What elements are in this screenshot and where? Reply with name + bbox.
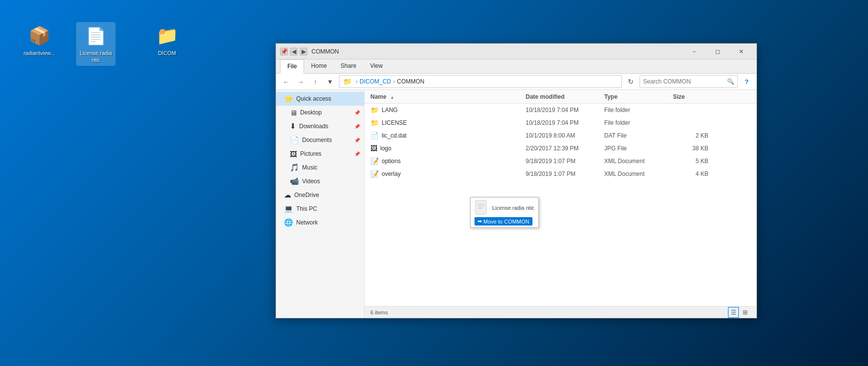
zip-icon: 📦 xyxy=(28,24,51,48)
sidebar-item-quick-access[interactable]: ⭐ Quick access xyxy=(276,92,364,106)
pin-downloads-icon: 📌 xyxy=(354,124,360,129)
desktop-sidebar-icon: 🖥 xyxy=(290,109,297,117)
sidebar-item-this-pc[interactable]: 💻 This PC xyxy=(276,202,364,216)
breadcrumb-common[interactable]: COMMON xyxy=(397,78,424,85)
sidebar-item-pictures[interactable]: 🖼 Pictures 📌 xyxy=(276,147,364,161)
file-row-license[interactable]: 📁LICENSE 10/18/2019 7:04 PM File folder xyxy=(364,116,756,129)
restore-button[interactable]: ◻ xyxy=(706,44,729,59)
col-header-name[interactable]: Name ▲ xyxy=(368,93,526,100)
documents-sidebar-icon: 📄 xyxy=(290,136,299,144)
drag-label: License.radia ntic xyxy=(492,205,534,211)
network-sidebar-icon: 🌐 xyxy=(284,218,293,227)
drag-tooltip: License.radia ntic ➡ Move to COMMON xyxy=(470,197,539,228)
file-list-area: Name ▲ Date modified Type Size 📁LANG 10/… xyxy=(364,90,756,318)
status-bar: 6 items ☰ ⊞ xyxy=(364,306,756,318)
file-row-lic-cd-dat[interactable]: 📄lic_cd.dat 10/1/2019 8:00 AM DAT File 2… xyxy=(364,129,756,142)
xml-file-icon: 📝 xyxy=(370,157,379,165)
sidebar-item-onedrive[interactable]: ☁ OneDrive xyxy=(276,188,364,202)
file-row-options[interactable]: 📝options 9/18/2019 1:07 PM XML Document … xyxy=(364,155,756,168)
col-header-size[interactable]: Size xyxy=(673,93,712,100)
desktop-icon-dicom[interactable]: 📁 DICOM xyxy=(147,22,187,58)
breadcrumb-dicom-cd[interactable]: DICOM_CD xyxy=(360,78,391,85)
jpg-file-icon: 🖼 xyxy=(370,144,377,152)
desktop-icon-label: License.radia ntic xyxy=(78,50,113,64)
dat-file-icon: 📄 xyxy=(370,132,379,140)
sidebar-label-this-pc: This PC xyxy=(296,205,360,212)
sidebar-item-network[interactable]: 🌐 Network xyxy=(276,216,364,229)
item-count: 6 items xyxy=(370,310,388,315)
tab-file[interactable]: File xyxy=(280,59,304,74)
breadcrumb-folder-icon: 📁 xyxy=(343,78,352,85)
file-row-logo[interactable]: 🖼logo 2/20/2017 12:39 PM JPG File 38 KB xyxy=(364,142,756,155)
sidebar-label-downloads: Downloads xyxy=(299,123,351,130)
forward-tb-icon[interactable]: ▶ xyxy=(300,48,308,56)
sidebar-label-documents: Documents xyxy=(302,137,351,143)
file-list-content: 📁LANG 10/18/2019 7:04 PM File folder 📁LI… xyxy=(364,104,756,306)
tab-view[interactable]: View xyxy=(363,59,390,73)
tab-home[interactable]: Home xyxy=(304,59,334,73)
search-input[interactable] xyxy=(643,78,725,85)
file-row-lang[interactable]: 📁LANG 10/18/2019 7:04 PM File folder xyxy=(364,104,756,116)
sidebar-label-desktop: Desktop xyxy=(300,109,351,116)
desktop-icon-license[interactable]: 📄 License.radia ntic xyxy=(76,22,115,66)
title-bar: 📌 ◀ ▶ COMMON − ◻ ✕ xyxy=(276,44,756,59)
ribbon-tabs: File Home Share View xyxy=(276,59,756,73)
forward-button[interactable]: → xyxy=(295,76,307,87)
address-breadcrumb[interactable]: 📁 › DICOM_CD › COMMON xyxy=(339,75,622,88)
pin-documents-icon: 📌 xyxy=(354,138,360,143)
videos-sidebar-icon: 📹 xyxy=(290,177,299,186)
thispc-sidebar-icon: 💻 xyxy=(284,204,293,213)
desktop-icon-label: radiantview... xyxy=(24,50,55,56)
folder-icon: 📁 xyxy=(370,106,379,114)
pin-desktop-icon: 📌 xyxy=(354,110,360,115)
minimize-button[interactable]: − xyxy=(683,44,705,59)
move-badge: ➡ Move to COMMON xyxy=(475,217,532,225)
sidebar-label-music: Music xyxy=(302,164,360,171)
sort-arrow: ▲ xyxy=(390,95,394,100)
folder-icon: 📁 xyxy=(370,119,379,127)
details-view-button[interactable]: ☰ xyxy=(728,307,739,318)
explorer-window: 📌 ◀ ▶ COMMON − ◻ ✕ File Home Share View … xyxy=(276,43,757,318)
recent-locations-button[interactable]: ▼ xyxy=(324,76,336,87)
sidebar-item-downloads[interactable]: ⬇ Downloads 📌 xyxy=(276,119,364,133)
sidebar-item-documents[interactable]: 📄 Documents 📌 xyxy=(276,133,364,147)
onedrive-sidebar-icon: ☁ xyxy=(284,191,291,199)
back-button[interactable]: ← xyxy=(280,76,292,87)
xml-file-icon: 📝 xyxy=(370,170,379,178)
pin-icon[interactable]: 📌 xyxy=(280,48,288,56)
svg-rect-0 xyxy=(476,200,486,214)
up-button[interactable]: ↑ xyxy=(309,76,321,87)
search-box[interactable]: 🔍 xyxy=(640,75,738,88)
sidebar-item-desktop[interactable]: 🖥 Desktop 📌 xyxy=(276,106,364,119)
sidebar-label-pictures: Pictures xyxy=(300,150,351,157)
col-header-type[interactable]: Type xyxy=(604,93,673,100)
music-sidebar-icon: 🎵 xyxy=(290,163,299,172)
search-icon[interactable]: 🔍 xyxy=(727,78,734,85)
sidebar-label-onedrive: OneDrive xyxy=(294,192,360,198)
desktop-icon-radiantview[interactable]: 📦 radiantview... xyxy=(20,22,59,58)
sidebar-item-videos[interactable]: 📹 Videos xyxy=(276,174,364,188)
sidebar: ⭐ Quick access 🖥 Desktop 📌 ⬇ Downloads 📌… xyxy=(276,90,364,318)
pictures-sidebar-icon: 🖼 xyxy=(290,150,297,158)
back-tb-icon[interactable]: ◀ xyxy=(290,48,298,56)
file-row-overlay[interactable]: 📝overlay 9/18/2019 1:07 PM XML Document … xyxy=(364,168,756,180)
move-label: Move to COMMON xyxy=(483,219,530,225)
tab-share[interactable]: Share xyxy=(334,59,363,73)
drag-file-svg xyxy=(475,199,488,216)
help-button[interactable]: ? xyxy=(741,76,753,87)
close-button[interactable]: ✕ xyxy=(730,44,753,59)
large-icons-view-button[interactable]: ⊞ xyxy=(740,307,751,318)
file-list-header: Name ▲ Date modified Type Size xyxy=(364,90,756,104)
address-bar-row: ← → ↑ ▼ 📁 › DICOM_CD › COMMON ↻ 🔍 ? xyxy=(276,74,756,90)
sidebar-item-music[interactable]: 🎵 Music xyxy=(276,161,364,174)
col-header-date[interactable]: Date modified xyxy=(526,93,604,100)
refresh-button[interactable]: ↻ xyxy=(625,76,637,87)
window-controls: − ◻ ✕ xyxy=(683,44,753,59)
downloads-sidebar-icon: ⬇ xyxy=(290,122,296,131)
drag-file-visual xyxy=(475,199,488,216)
main-area: ⭐ Quick access 🖥 Desktop 📌 ⬇ Downloads 📌… xyxy=(276,90,756,318)
document-icon: 📄 xyxy=(84,24,108,48)
move-arrow-icon: ➡ xyxy=(477,218,482,225)
view-icons: ☰ ⊞ xyxy=(728,307,751,318)
quick-access-icon: ⭐ xyxy=(284,94,293,103)
